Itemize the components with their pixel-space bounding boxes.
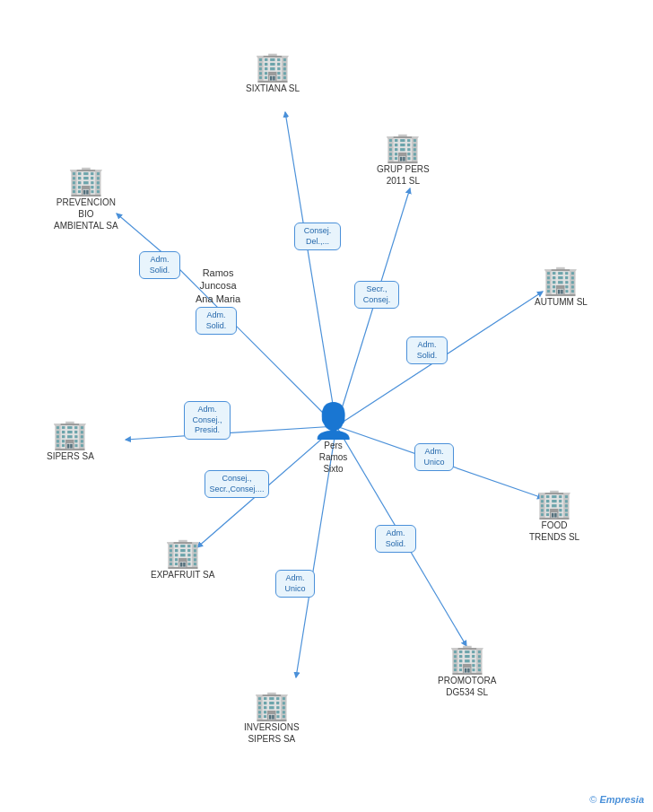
role-box-adm-unico-2: Adm.Unico [275, 570, 315, 598]
company-label: SIPERS SA [47, 450, 94, 462]
center-person: 👤 PersRamosSixto [312, 404, 354, 475]
person-label: RamosJuncosaAna Maria [196, 266, 240, 305]
company-label: INVERSIONSSIPERS SA [244, 721, 300, 745]
company-grup-pers: 🏢 GRUP PERS2011 SL [377, 133, 430, 187]
copyright-symbol: © [589, 794, 596, 805]
building-icon-orange: 🏢 [52, 420, 88, 449]
company-label: AUTUMM SL [535, 296, 588, 308]
company-food-trends: 🏢 FOODTRENDS SL [529, 489, 579, 543]
building-icon: 🏢 [68, 166, 104, 195]
company-label: PREVENCIONBIOAMBIENTAL SA [54, 196, 118, 231]
building-icon: 🏢 [449, 644, 485, 673]
building-icon: 🏢 [543, 266, 579, 294]
building-icon: 🏢 [165, 538, 201, 567]
company-autumm: 🏢 AUTUMM SL [535, 266, 588, 308]
svg-line-5 [126, 426, 336, 440]
building-icon: 🏢 [254, 691, 290, 720]
company-inversions: 🏢 INVERSIONSSIPERS SA [244, 691, 300, 745]
company-sipers: 🏢 SIPERS SA [47, 420, 94, 462]
svg-line-3 [117, 214, 166, 256]
role-box-adm-solid-1: Adm.Solid. [139, 251, 180, 279]
building-icon: 🏢 [536, 489, 572, 518]
role-box-adm-solid-4: Adm.Solid. [375, 525, 416, 553]
company-expafruit: 🏢 EXPAFRUIT SA [151, 538, 214, 581]
role-box-consej-secr: Consej.,Secr.,Consej.... [205, 470, 269, 498]
company-sixtiana: 🏢 SIXTIANA SL [246, 52, 300, 94]
company-label: SIXTIANA SL [246, 83, 300, 94]
building-icon: 🏢 [385, 133, 421, 162]
company-label: FOODTRENDS SL [529, 520, 579, 543]
role-box-adm-consej-presid: Adm.Consej.,Presid. [184, 401, 231, 440]
company-label: EXPAFRUIT SA [151, 569, 214, 581]
related-person: RamosJuncosaAna Maria [196, 265, 240, 305]
svg-line-0 [285, 112, 336, 426]
role-box-consej-del: Consej.Del.,... [294, 223, 341, 250]
brand-name: Empresia [599, 794, 644, 805]
role-box-adm-solid-3: Adm.Solid. [406, 336, 448, 364]
company-prevencion: 🏢 PREVENCIONBIOAMBIENTAL SA [54, 166, 118, 231]
building-icon: 🏢 [255, 52, 291, 81]
person-label: PersRamosSixto [319, 440, 348, 475]
role-box-adm-unico-1: Adm.Unico [414, 443, 454, 471]
company-label: GRUP PERS2011 SL [377, 163, 430, 187]
role-box-secr-consej: Secr.,Consej. [354, 281, 399, 309]
person-icon: 👤 [312, 404, 354, 438]
watermark: © Empresia [589, 794, 644, 805]
role-box-adm-solid-2: Adm.Solid. [196, 307, 237, 335]
company-label: PROMOTORADG534 SL [438, 675, 496, 698]
company-promotora: 🏢 PROMOTORADG534 SL [438, 644, 496, 698]
